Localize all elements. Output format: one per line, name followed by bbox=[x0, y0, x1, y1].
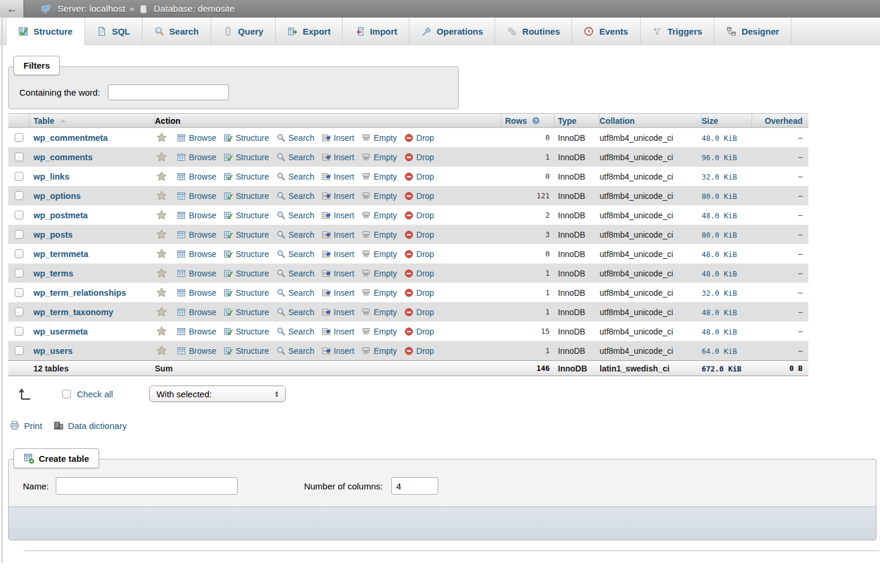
containing-word-input[interactable] bbox=[108, 85, 229, 100]
action-structure-link[interactable]: Structure bbox=[224, 153, 269, 162]
table-name-link[interactable]: wp_term_relationships bbox=[33, 288, 126, 298]
size-link[interactable]: 48.0 KiB bbox=[702, 134, 737, 143]
action-search-link[interactable]: Search bbox=[276, 230, 314, 239]
action-browse-link[interactable]: Browse bbox=[177, 230, 216, 239]
action-search-link[interactable]: Search bbox=[276, 211, 314, 220]
action-empty-link[interactable]: Empty bbox=[361, 211, 397, 220]
create-table-name-input[interactable] bbox=[56, 477, 238, 495]
header-table[interactable]: Table bbox=[29, 114, 155, 127]
action-insert-link[interactable]: Insert bbox=[321, 288, 354, 298]
action-empty-link[interactable]: Empty bbox=[361, 191, 397, 201]
data-dictionary-link[interactable]: Data dictionary bbox=[53, 420, 127, 431]
action-search-link[interactable]: Search bbox=[276, 307, 314, 317]
action-search-link[interactable]: Search bbox=[276, 269, 314, 278]
favorite-star-icon[interactable] bbox=[156, 171, 167, 182]
action-drop-link[interactable]: Drop bbox=[404, 249, 434, 259]
row-checkbox[interactable] bbox=[15, 211, 23, 219]
table-name-link[interactable]: wp_posts bbox=[33, 230, 73, 239]
size-link[interactable]: 48.0 KiB bbox=[702, 308, 737, 317]
action-insert-link[interactable]: Insert bbox=[321, 249, 354, 259]
favorite-star-icon[interactable] bbox=[156, 287, 167, 298]
size-link[interactable]: 80.0 KiB bbox=[702, 231, 737, 239]
size-link[interactable]: 96.0 KiB bbox=[702, 153, 737, 162]
action-search-link[interactable]: Search bbox=[276, 346, 314, 356]
favorite-star-icon[interactable] bbox=[156, 229, 167, 240]
favorite-star-icon[interactable] bbox=[156, 268, 167, 279]
header-rows[interactable]: Rows bbox=[502, 114, 554, 127]
check-all-link[interactable]: Check all bbox=[77, 389, 113, 399]
action-search-link[interactable]: Search bbox=[276, 172, 314, 181]
action-structure-link[interactable]: Structure bbox=[224, 249, 269, 259]
action-browse-link[interactable]: Browse bbox=[177, 288, 216, 298]
action-browse-link[interactable]: Browse bbox=[177, 153, 216, 162]
action-drop-link[interactable]: Drop bbox=[404, 133, 434, 143]
row-checkbox[interactable] bbox=[15, 249, 23, 258]
action-drop-link[interactable]: Drop bbox=[404, 288, 434, 298]
action-empty-link[interactable]: Empty bbox=[361, 269, 397, 278]
action-structure-link[interactable]: Structure bbox=[224, 230, 269, 239]
action-empty-link[interactable]: Empty bbox=[361, 288, 397, 298]
action-search-link[interactable]: Search bbox=[276, 249, 314, 259]
action-drop-link[interactable]: Drop bbox=[404, 346, 434, 356]
action-search-link[interactable]: Search bbox=[276, 153, 314, 162]
action-drop-link[interactable]: Drop bbox=[404, 327, 434, 336]
table-name-link[interactable]: wp_usermeta bbox=[33, 327, 88, 336]
table-name-link[interactable]: wp_term_taxonomy bbox=[33, 307, 113, 317]
breadcrumb-database-link[interactable]: Database: demosite bbox=[154, 4, 235, 14]
tab-events[interactable]: Events bbox=[572, 18, 640, 45]
size-link[interactable]: 32.0 KiB bbox=[702, 289, 737, 298]
with-selected-select[interactable]: With selected: ▲▼ bbox=[149, 386, 286, 402]
table-name-link[interactable]: wp_terms bbox=[33, 269, 73, 278]
size-link[interactable]: 48.0 KiB bbox=[702, 327, 737, 336]
action-structure-link[interactable]: Structure bbox=[224, 172, 269, 181]
action-empty-link[interactable]: Empty bbox=[361, 133, 397, 143]
action-insert-link[interactable]: Insert bbox=[321, 172, 354, 181]
action-browse-link[interactable]: Browse bbox=[177, 172, 216, 181]
favorite-star-icon[interactable] bbox=[156, 326, 167, 337]
action-insert-link[interactable]: Insert bbox=[321, 230, 354, 239]
action-search-link[interactable]: Search bbox=[276, 327, 314, 336]
tab-structure[interactable]: Structure bbox=[6, 18, 85, 45]
row-checkbox[interactable] bbox=[15, 346, 23, 355]
action-browse-link[interactable]: Browse bbox=[177, 249, 216, 259]
action-drop-link[interactable]: Drop bbox=[404, 230, 434, 239]
tab-import[interactable]: Import bbox=[343, 18, 409, 45]
action-structure-link[interactable]: Structure bbox=[224, 269, 269, 278]
help-icon[interactable] bbox=[532, 116, 540, 125]
action-structure-link[interactable]: Structure bbox=[224, 191, 269, 201]
action-empty-link[interactable]: Empty bbox=[361, 346, 397, 356]
action-empty-link[interactable]: Empty bbox=[361, 230, 397, 239]
action-structure-link[interactable]: Structure bbox=[224, 346, 269, 356]
check-all-checkbox[interactable] bbox=[62, 390, 71, 398]
tab-triggers[interactable]: Triggers bbox=[641, 18, 715, 45]
action-drop-link[interactable]: Drop bbox=[404, 172, 434, 181]
row-checkbox[interactable] bbox=[15, 133, 23, 142]
favorite-star-icon[interactable] bbox=[156, 151, 167, 163]
row-checkbox[interactable] bbox=[15, 191, 23, 200]
table-name-link[interactable]: wp_postmeta bbox=[33, 211, 88, 220]
tab-sql[interactable]: SQL bbox=[85, 18, 143, 45]
action-structure-link[interactable]: Structure bbox=[224, 307, 269, 317]
action-browse-link[interactable]: Browse bbox=[177, 327, 216, 336]
table-name-link[interactable]: wp_options bbox=[33, 191, 81, 201]
size-link[interactable]: 64.0 KiB bbox=[702, 347, 737, 356]
favorite-star-icon[interactable] bbox=[156, 190, 167, 201]
table-name-link[interactable]: wp_commentmeta bbox=[33, 133, 108, 143]
tab-search[interactable]: Search bbox=[143, 18, 211, 45]
size-link[interactable]: 48.0 KiB bbox=[702, 269, 737, 278]
create-table-columns-input[interactable] bbox=[391, 477, 438, 495]
action-insert-link[interactable]: Insert bbox=[321, 327, 354, 336]
print-link[interactable]: Print bbox=[9, 420, 42, 431]
table-name-link[interactable]: wp_comments bbox=[33, 153, 93, 162]
row-checkbox[interactable] bbox=[15, 307, 23, 316]
action-search-link[interactable]: Search bbox=[276, 191, 314, 201]
breadcrumb-server-link[interactable]: Server: localhost bbox=[57, 4, 125, 14]
action-insert-link[interactable]: Insert bbox=[321, 346, 354, 356]
header-collation[interactable]: Collation bbox=[600, 114, 702, 127]
action-browse-link[interactable]: Browse bbox=[177, 307, 216, 317]
back-button[interactable]: ← bbox=[0, 0, 24, 18]
action-insert-link[interactable]: Insert bbox=[321, 211, 354, 220]
tab-export[interactable]: Export bbox=[276, 18, 343, 45]
action-structure-link[interactable]: Structure bbox=[224, 288, 269, 298]
table-name-link[interactable]: wp_users bbox=[33, 346, 73, 356]
